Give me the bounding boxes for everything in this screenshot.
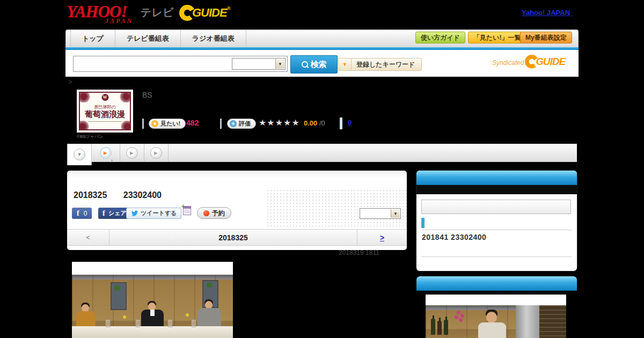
stray-text: , bbox=[111, 156, 113, 161]
program-photo bbox=[72, 262, 233, 338]
facebook-icon: f bbox=[103, 209, 105, 218]
wine-glass bbox=[191, 319, 196, 327]
wine-label-art: W 辰巳琢郎の 葡萄酒浪漫 bbox=[79, 92, 131, 130]
sidebar-card-header bbox=[416, 171, 577, 185]
search-input[interactable] bbox=[75, 57, 231, 71]
tab-play-3[interactable]: ▶ bbox=[144, 144, 169, 161]
photo-letterbox bbox=[72, 262, 233, 275]
yahoo-japan-top-link[interactable]: Yahoo! JAPAN bbox=[522, 9, 570, 17]
section-tab-bar: ▼ ▶ ▶ ▶ , bbox=[67, 144, 577, 162]
play-circle-icon: ▶ bbox=[126, 147, 138, 159]
add-to-calendar-icon[interactable] bbox=[183, 206, 191, 215]
yahoo-japan-sub: JAPAN bbox=[105, 17, 133, 25]
record-reserve-button[interactable]: 予約 bbox=[197, 207, 231, 219]
search-icon bbox=[302, 61, 308, 68]
wine-bottle bbox=[444, 320, 448, 335]
page: YAHOO! JAPAN テレビ GUIDE® Yahoo! JAPAN , ト… bbox=[0, 0, 644, 338]
sidebar-placeholder-box[interactable] bbox=[421, 200, 571, 214]
floral-decoration bbox=[119, 92, 131, 102]
channel-label: BS bbox=[142, 91, 152, 99]
gguide-g-icon bbox=[179, 5, 195, 21]
search-button[interactable]: 検索 bbox=[290, 55, 338, 74]
gguide-g-icon bbox=[525, 55, 539, 69]
program-time: 23302400 bbox=[123, 190, 162, 200]
tweet-button[interactable]: ツイートする bbox=[126, 208, 181, 219]
rating-value: 0.00 bbox=[304, 119, 317, 127]
search-category-select[interactable]: ▼ bbox=[232, 58, 286, 70]
sidebar-photo bbox=[426, 295, 566, 338]
want-to-watch-button[interactable]: + 見たい! bbox=[149, 119, 186, 129]
chevron-down-icon[interactable]: ▼ bbox=[275, 59, 284, 69]
search-button-label: 検索 bbox=[311, 60, 327, 70]
flower bbox=[455, 315, 458, 319]
plus-icon: + bbox=[151, 120, 158, 127]
registered-keywords-button[interactable]: ▼ 登録したキーワード bbox=[338, 58, 422, 71]
rate-button[interactable]: + 評価 bbox=[227, 119, 256, 129]
thumb-title-large: 葡萄酒浪漫 bbox=[80, 109, 130, 120]
photo-letterbox bbox=[426, 295, 566, 305]
sidebar-schedule-card: 201841 23302400 bbox=[416, 171, 577, 271]
play-circle-icon: ▶ bbox=[150, 147, 162, 159]
flower bbox=[460, 314, 464, 318]
tab-play-2[interactable]: ▶ bbox=[120, 144, 144, 161]
wine-glass bbox=[135, 319, 141, 327]
search-bar: ▼ 検索 ▼ 登録したキーワード Syndicated GUIDE bbox=[65, 50, 579, 77]
divider bbox=[220, 119, 222, 129]
floral-decoration bbox=[79, 92, 91, 102]
divider bbox=[340, 117, 342, 129]
rating-total: /0 bbox=[319, 119, 325, 127]
star-rating-icons: ★★★★★ bbox=[259, 117, 300, 128]
program-datetime-title: 2018325 23302400 bbox=[74, 190, 162, 200]
gguide-logo: GUIDE® bbox=[179, 4, 230, 22]
crest-icon: W bbox=[101, 94, 108, 101]
steel-cabinet bbox=[516, 305, 539, 338]
watchlist-button[interactable]: 「見たい!」一覧 bbox=[468, 32, 526, 43]
facebook-like-button[interactable]: f 0 bbox=[72, 208, 92, 219]
nav-tab-radio-listings[interactable]: ラジオ番組表 bbox=[181, 30, 246, 47]
gguide-syndicated-logo: GUIDE bbox=[525, 55, 565, 69]
facebook-share-label: シェア bbox=[108, 209, 127, 217]
tab-play-highlight[interactable]: ▶ bbox=[91, 144, 120, 161]
plant bbox=[114, 285, 120, 291]
wine-bottle bbox=[431, 319, 435, 335]
current-date-label: 2018325 bbox=[109, 230, 357, 245]
breadcrumb: > bbox=[68, 78, 72, 86]
registered-mark: ® bbox=[227, 6, 230, 11]
plant bbox=[206, 282, 213, 288]
nav-tab-tv-listings[interactable]: テレビ番組表 bbox=[115, 30, 181, 47]
want-to-watch-count: 482 bbox=[186, 119, 199, 127]
facebook-like-count: 0 bbox=[84, 210, 87, 217]
wine-rack bbox=[539, 305, 566, 338]
tab-overview-active[interactable]: ▼ bbox=[67, 144, 92, 165]
rate-label: 評価 bbox=[239, 120, 251, 128]
plus-icon: + bbox=[230, 120, 237, 127]
nav-tabs: トップ テレビ番組表 ラジオ番組表 bbox=[70, 30, 246, 47]
search-input-group: ▼ bbox=[73, 56, 288, 72]
divider bbox=[421, 230, 572, 230]
syndicated-label: Syndicated bbox=[492, 59, 524, 67]
usage-guide-button[interactable]: 使い方ガイド bbox=[415, 32, 465, 43]
program-detail-card: 2018325 23302400 f 0 f シェア ツイートする 予約 ▼ bbox=[67, 171, 407, 250]
gguide-wordmark: GUIDE bbox=[536, 56, 565, 68]
divider bbox=[421, 256, 572, 257]
flower bbox=[457, 311, 460, 314]
wine-glass bbox=[105, 319, 111, 327]
flower bbox=[123, 315, 126, 319]
divider bbox=[142, 119, 144, 129]
chevron-down-icon[interactable]: ▼ bbox=[391, 209, 400, 218]
previous-day-button[interactable]: < bbox=[67, 230, 109, 245]
gguide-wordmark: GUIDE® bbox=[192, 6, 230, 20]
tweet-label: ツイートする bbox=[141, 209, 177, 217]
next-day-link[interactable]: > bbox=[357, 230, 407, 245]
sidebar-tab-strip bbox=[416, 185, 577, 194]
program-date: 2018325 bbox=[74, 190, 107, 200]
nav-tab-top[interactable]: トップ bbox=[70, 30, 115, 47]
facebook-icon: f bbox=[77, 209, 79, 218]
episode-select[interactable]: ▼ bbox=[360, 208, 401, 219]
last-updated-timestamp: 2018319 1811 bbox=[339, 249, 379, 256]
review-count-link[interactable]: 0 bbox=[348, 119, 352, 127]
my-listings-settings-button[interactable]: My番組表設定 bbox=[520, 32, 572, 43]
sidebar-photo-card bbox=[416, 276, 577, 338]
counter bbox=[72, 326, 233, 338]
chevron-down-circle-icon: ▼ bbox=[74, 149, 85, 160]
